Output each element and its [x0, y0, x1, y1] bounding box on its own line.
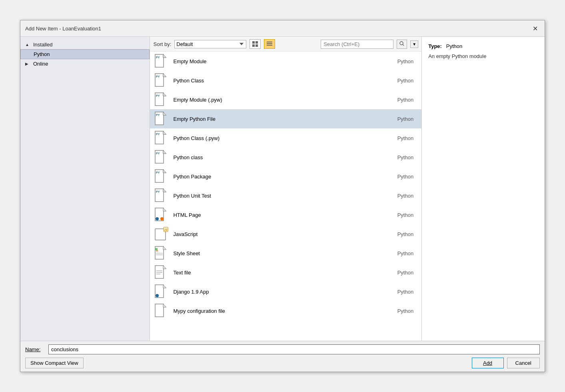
grid-icon [252, 41, 258, 47]
item-type: Python [397, 154, 413, 160]
list-view-button[interactable] [264, 39, 275, 49]
list-item[interactable]: A Style SheetPython [150, 244, 421, 263]
list-item[interactable]: PY Empty Python FilePython [150, 109, 421, 128]
item-icon: PY [155, 169, 169, 184]
item-icon: PY [155, 112, 169, 126]
svg-line-8 [403, 44, 404, 46]
filename-input[interactable] [48, 344, 540, 354]
svg-marker-63 [163, 304, 166, 307]
item-type: Python [397, 135, 413, 141]
online-toggle-icon: ▶ [25, 62, 32, 66]
svg-rect-54 [155, 266, 164, 278]
item-name: Style Sheet [173, 250, 397, 256]
svg-text:PY: PY [156, 56, 160, 59]
svg-rect-6 [267, 45, 272, 46]
item-name: Python Package [173, 174, 397, 180]
item-icon [155, 304, 169, 318]
item-icon [155, 284, 169, 299]
list-item[interactable]: Django 1.9 AppPython [150, 282, 421, 301]
compact-view-button[interactable]: Show Compact View [25, 358, 84, 368]
add-underline-char: A [483, 360, 487, 366]
python-label: Python [32, 51, 50, 57]
python-tree-item[interactable]: Python [20, 49, 150, 59]
buttons-row: Show Compact View Add Cancel [25, 358, 540, 368]
detail-type-value: Python [446, 43, 462, 49]
search-button[interactable] [397, 40, 407, 49]
item-icon [155, 208, 169, 222]
item-type: Python [397, 270, 413, 276]
item-icon: A [155, 246, 169, 260]
svg-rect-1 [256, 41, 258, 44]
installed-label: Installed [32, 42, 52, 48]
list-item[interactable]: Mypy configuration filePython [150, 301, 421, 320]
item-type: Python [397, 193, 413, 199]
item-name: Python Class (.pyw) [173, 135, 397, 141]
list-icon [267, 41, 272, 47]
item-type: Python [397, 58, 413, 64]
svg-rect-62 [155, 304, 164, 317]
online-tree-item[interactable]: ▶ Online [20, 59, 150, 68]
list-item[interactable]: PY Empty Module (.pyw)Python [150, 90, 421, 109]
svg-point-44 [160, 217, 164, 220]
installed-toggle-icon: ▲ [25, 42, 32, 47]
list-item[interactable]: PY Python ClassPython [150, 71, 421, 90]
item-icon [155, 265, 169, 280]
search-input[interactable] [321, 40, 393, 49]
svg-marker-15 [163, 74, 166, 77]
item-type: Python [397, 231, 413, 237]
list-item[interactable]: PY Python Class (.pyw)Python [150, 128, 421, 148]
item-type: Python [397, 78, 413, 84]
svg-rect-3 [256, 44, 258, 47]
close-button[interactable]: ✕ [530, 24, 540, 33]
action-buttons: Add Cancel [472, 358, 540, 368]
svg-marker-31 [163, 150, 166, 154]
item-icon: PY [155, 150, 169, 164]
list-item[interactable]: PY Python PackagePython [150, 167, 421, 186]
add-new-item-dialog: Add New Item - LoanEvaluation1 ✕ ▲ Insta… [20, 20, 545, 372]
svg-text:PY: PY [156, 114, 160, 116]
list-item[interactable]: PY Empty ModulePython [150, 52, 421, 71]
installed-tree-item[interactable]: ▲ Installed [20, 40, 150, 49]
item-icon: PY [155, 54, 169, 68]
name-underline-char: N [25, 346, 29, 352]
svg-text:JS: JS [164, 228, 168, 231]
svg-marker-49 [163, 246, 166, 250]
svg-marker-35 [163, 170, 166, 173]
list-item[interactable]: Text filePython [150, 263, 421, 282]
svg-point-61 [156, 294, 159, 297]
name-label: Name: [25, 346, 45, 352]
item-name: Empty Python File [173, 116, 397, 122]
list-item[interactable]: JS JavaScriptPython [150, 224, 421, 244]
list-item[interactable]: PY Python classPython [150, 148, 421, 167]
svg-text:PY: PY [156, 94, 160, 97]
item-name: Python Unit Test [173, 193, 397, 199]
sort-select[interactable]: Default Name Type [174, 40, 246, 48]
item-icon: PY [155, 92, 169, 107]
grid-view-button[interactable] [250, 39, 261, 49]
search-dropdown-button[interactable]: ▼ [410, 40, 418, 48]
add-button[interactable]: Add [472, 358, 504, 368]
name-row: Name: [25, 344, 540, 354]
item-name: Python class [173, 154, 397, 160]
list-item[interactable]: PY Python Unit TestPython [150, 186, 421, 205]
item-name: Python Class [173, 78, 397, 84]
list-item[interactable]: HTML PagePython [150, 205, 421, 224]
center-panel: Sort by: Default Name Type [150, 37, 422, 341]
toolbar: Sort by: Default Name Type [150, 37, 421, 52]
svg-rect-4 [267, 42, 272, 42]
item-icon: PY [155, 73, 169, 88]
svg-text:PY: PY [156, 171, 160, 174]
item-name: Empty Module (.pyw) [173, 97, 397, 103]
svg-marker-42 [163, 208, 166, 211]
svg-text:PY: PY [156, 133, 160, 136]
items-list[interactable]: PY Empty ModulePython PY Python ClassPyt… [150, 52, 421, 341]
svg-text:PY: PY [156, 75, 160, 78]
item-name: Django 1.9 App [173, 289, 397, 295]
svg-point-43 [156, 217, 159, 220]
online-label: Online [32, 61, 48, 67]
bottom-bar: Name: Show Compact View Add Cancel [20, 341, 545, 372]
item-type: Python [397, 289, 413, 295]
cancel-button[interactable]: Cancel [507, 358, 540, 368]
item-name: JavaScript [173, 231, 397, 237]
svg-text:PY: PY [156, 190, 160, 193]
